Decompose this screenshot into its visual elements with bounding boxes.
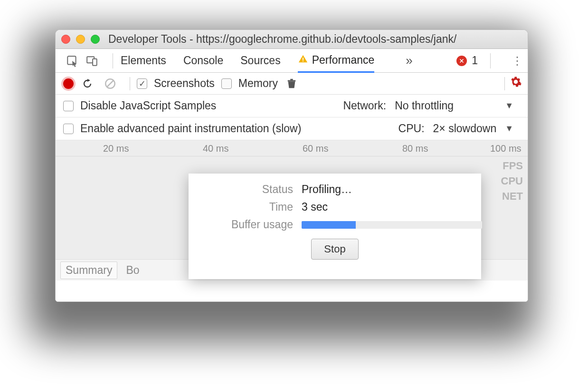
dialog-time-val: 3 sec bbox=[302, 201, 472, 213]
time-ruler: 20 ms 40 ms 60 ms 80 ms 100 ms bbox=[56, 140, 528, 156]
settings-gear-icon[interactable] bbox=[510, 76, 522, 91]
disable-js-label: Disable JavaScript Samples bbox=[80, 99, 216, 112]
screenshots-checkbox[interactable] bbox=[137, 78, 147, 89]
svg-rect-7 bbox=[290, 78, 293, 80]
tab-sources[interactable]: Sources bbox=[240, 49, 280, 72]
tab-performance[interactable]: Performance bbox=[298, 49, 375, 73]
svg-rect-3 bbox=[303, 58, 303, 60]
zoom-icon[interactable] bbox=[91, 35, 100, 44]
svg-rect-6 bbox=[288, 80, 296, 81]
inspect-icon[interactable] bbox=[65, 54, 79, 68]
track-net-label: NET bbox=[501, 189, 523, 204]
chevron-down-icon[interactable]: ▼ bbox=[505, 101, 513, 111]
record-button[interactable] bbox=[63, 78, 74, 89]
traffic-lights bbox=[61, 35, 100, 44]
network-label: Network: bbox=[343, 99, 386, 112]
close-icon[interactable] bbox=[61, 35, 70, 44]
devtools-window: Developer Tools - https://googlechrome.g… bbox=[55, 29, 528, 302]
device-toggle-icon[interactable] bbox=[85, 54, 99, 68]
tab-summary[interactable]: Summary bbox=[60, 262, 117, 279]
tabs-overflow-icon[interactable]: » bbox=[406, 53, 412, 68]
svg-rect-2 bbox=[93, 58, 97, 65]
dialog-buffer-key: Buffer usage bbox=[198, 218, 293, 231]
track-fps-label: FPS bbox=[501, 158, 523, 174]
track-cpu-label: CPU bbox=[501, 174, 523, 189]
svg-rect-4 bbox=[303, 60, 303, 61]
tab-list: Elements Console Sources Performance » bbox=[121, 49, 413, 72]
window-titlebar: Developer Tools - https://googlechrome.g… bbox=[56, 30, 528, 49]
clear-icon[interactable] bbox=[103, 77, 117, 91]
tab-elements[interactable]: Elements bbox=[121, 49, 166, 72]
tab-truncated[interactable]: Bo bbox=[126, 264, 139, 277]
dialog-status-key: Status bbox=[198, 183, 293, 196]
cpu-label: CPU: bbox=[398, 122, 425, 135]
buffer-progress bbox=[302, 221, 482, 229]
time-tick: 100 ms bbox=[490, 143, 522, 154]
more-menu-icon[interactable]: ⋮ bbox=[512, 54, 523, 68]
errors-badge-icon[interactable] bbox=[456, 56, 467, 66]
cpu-select[interactable]: 2× slowdown bbox=[433, 122, 497, 135]
settings-row-2: Enable advanced paint instrumentation (s… bbox=[56, 117, 528, 140]
advanced-paint-label: Enable advanced paint instrumentation (s… bbox=[80, 122, 301, 135]
minimize-icon[interactable] bbox=[76, 35, 85, 44]
profiling-dialog: Status Profiling… Time 3 sec Buffer usag… bbox=[189, 174, 481, 279]
dialog-status-val: Profiling… bbox=[302, 183, 472, 196]
memory-label: Memory bbox=[238, 77, 278, 90]
tab-console[interactable]: Console bbox=[183, 49, 223, 72]
stop-button[interactable]: Stop bbox=[311, 239, 358, 260]
time-tick: 80 ms bbox=[402, 143, 428, 154]
warning-icon bbox=[298, 54, 308, 67]
network-select[interactable]: No throttling bbox=[395, 99, 454, 112]
trash-icon[interactable] bbox=[285, 77, 299, 91]
time-tick: 20 ms bbox=[103, 143, 129, 154]
time-tick: 60 ms bbox=[303, 143, 328, 154]
disable-js-checkbox[interactable] bbox=[63, 101, 74, 111]
errors-count: 1 bbox=[472, 54, 478, 67]
reload-icon[interactable] bbox=[80, 77, 95, 91]
time-tick: 40 ms bbox=[203, 143, 228, 154]
window-title: Developer Tools - https://googlechrome.g… bbox=[108, 33, 456, 46]
track-labels: FPS CPU NET bbox=[501, 158, 523, 204]
memory-checkbox[interactable] bbox=[221, 78, 232, 89]
settings-row-1: Disable JavaScript Samples Network: No t… bbox=[56, 95, 528, 117]
buffer-progress-fill bbox=[302, 221, 356, 229]
details-blank bbox=[56, 281, 528, 301]
advanced-paint-checkbox[interactable] bbox=[63, 124, 74, 134]
screenshots-label: Screenshots bbox=[154, 77, 215, 90]
panel-tabs: Elements Console Sources Performance » 1… bbox=[56, 49, 528, 73]
dialog-time-key: Time bbox=[198, 201, 293, 213]
performance-toolbar: Screenshots Memory bbox=[56, 73, 528, 95]
chevron-down-icon[interactable]: ▼ bbox=[505, 124, 513, 134]
